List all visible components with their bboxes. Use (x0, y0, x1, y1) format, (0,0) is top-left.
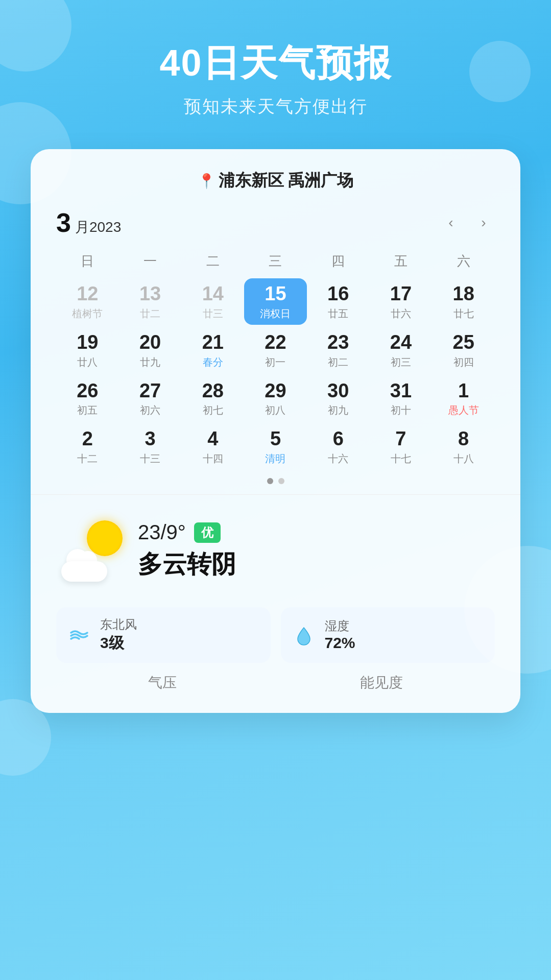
weather-temperature: 23/9° (138, 521, 186, 544)
day-number: 19 (77, 331, 98, 354)
day-number: 31 (390, 379, 412, 403)
calendar-day[interactable]: 25初四 (432, 327, 495, 373)
weekday-wed: 三 (244, 248, 307, 274)
calendar-day[interactable]: 13廿二 (119, 278, 182, 325)
day-number: 20 (139, 331, 161, 354)
calendar-day[interactable]: 7十七 (370, 423, 433, 470)
wind-label: 东北风 (100, 616, 137, 633)
calendar-grid: 12植树节13廿二14廿三15消权日16廿五17廿六18廿七19廿八20廿九21… (56, 278, 495, 469)
day-sub-label: 十四 (203, 452, 223, 466)
weekday-fri: 五 (370, 248, 433, 274)
calendar-day[interactable]: 8十八 (432, 423, 495, 470)
calendar-day[interactable]: 17廿六 (370, 278, 433, 325)
weekday-thu: 四 (307, 248, 370, 274)
calendar-day[interactable]: 12植树节 (56, 278, 119, 325)
weekday-tue: 二 (181, 248, 244, 274)
day-sub-label: 十八 (453, 452, 474, 466)
day-sub-label: 初七 (203, 403, 223, 417)
calendar-day[interactable]: 28初七 (181, 375, 244, 422)
day-sub-label: 植树节 (72, 307, 103, 321)
day-number: 23 (327, 331, 349, 354)
weather-description: 多云转阴 (138, 548, 495, 581)
bg-circle-2 (469, 41, 531, 102)
weather-section: 23/9° 优 多云转阴 (56, 505, 495, 592)
weekday-sat: 六 (432, 248, 495, 274)
day-number: 27 (139, 379, 161, 403)
day-number: 25 (453, 331, 474, 354)
page-indicators (56, 478, 495, 484)
weekday-sun: 日 (56, 248, 119, 274)
humidity-icon (291, 622, 317, 648)
day-number: 17 (390, 282, 412, 306)
calendar-day[interactable]: 6十六 (307, 423, 370, 470)
day-sub-label: 初十 (391, 403, 411, 417)
calendar-day[interactable]: 24初三 (370, 327, 433, 373)
calendar-day[interactable]: 20廿九 (119, 327, 182, 373)
page-dot-2 (278, 478, 284, 484)
weather-details: 东北风 3级 湿度 72% (56, 607, 495, 663)
calendar-day[interactable]: 3十三 (119, 423, 182, 470)
main-card: 📍 浦东新区 禹洲广场 3 月2023 ‹ › 日 一 二 三 四 五 六 12… (31, 149, 520, 712)
wind-value: 3级 (100, 633, 137, 654)
day-sub-label: 初八 (265, 403, 285, 417)
day-number: 5 (270, 427, 281, 451)
day-number: 4 (207, 427, 218, 451)
calendar-day[interactable]: 30初九 (307, 375, 370, 422)
day-number: 21 (202, 331, 224, 354)
header: 40日天气预报 预知未来天气方便出行 (0, 0, 551, 149)
day-sub-label: 初二 (328, 355, 348, 369)
page-title: 40日天气预报 (0, 41, 551, 85)
calendar-header: 3 月2023 ‹ › (56, 207, 495, 238)
calendar-day[interactable]: 4十四 (181, 423, 244, 470)
humidity-text: 湿度 72% (325, 618, 355, 652)
calendar-day[interactable]: 1愚人节 (432, 375, 495, 422)
day-sub-label: 廿七 (453, 307, 474, 321)
humidity-value: 72% (325, 634, 355, 652)
day-number: 8 (458, 427, 469, 451)
calendar-day[interactable]: 23初二 (307, 327, 370, 373)
calendar-next-button[interactable]: › (472, 211, 495, 234)
day-number: 12 (77, 282, 98, 306)
day-number: 14 (202, 282, 224, 306)
day-number: 24 (390, 331, 412, 354)
day-sub-label: 十六 (328, 452, 348, 466)
day-sub-label: 愚人节 (448, 403, 479, 417)
wind-detail: 东北风 3级 (56, 607, 271, 663)
calendar-day[interactable]: 19廿八 (56, 327, 119, 373)
wind-icon (66, 622, 92, 648)
day-sub-label: 十三 (140, 452, 160, 466)
day-sub-label: 初四 (453, 355, 474, 369)
calendar-day[interactable]: 18廿七 (432, 278, 495, 325)
calendar-day[interactable]: 29初八 (244, 375, 307, 422)
calendar-day[interactable]: 2十二 (56, 423, 119, 470)
day-number: 13 (139, 282, 161, 306)
location-name: 浦东新区 禹洲广场 (219, 170, 354, 192)
calendar-day[interactable]: 31初十 (370, 375, 433, 422)
day-number: 26 (77, 379, 98, 403)
calendar-day[interactable]: 22初一 (244, 327, 307, 373)
cloud-shape (56, 551, 112, 582)
weekday-mon: 一 (119, 248, 182, 274)
bottom-labels: 气压 能见度 (56, 673, 495, 698)
day-sub-label: 廿六 (391, 307, 411, 321)
location-pin-icon: 📍 (198, 173, 215, 189)
calendar-day[interactable]: 14廿三 (181, 278, 244, 325)
calendar-day[interactable]: 15消权日 (244, 278, 307, 325)
calendar-day[interactable]: 5清明 (244, 423, 307, 470)
day-sub-label: 初五 (77, 403, 98, 417)
calendar-day[interactable]: 27初六 (119, 375, 182, 422)
calendar-day[interactable]: 26初五 (56, 375, 119, 422)
day-sub-label: 春分 (203, 355, 223, 369)
page-subtitle: 预知未来天气方便出行 (0, 95, 551, 118)
day-number: 15 (265, 282, 286, 306)
day-number: 2 (82, 427, 93, 451)
visibility-label: 能见度 (360, 673, 403, 692)
calendar-day[interactable]: 21春分 (181, 327, 244, 373)
calendar-prev-button[interactable]: ‹ (440, 211, 462, 234)
day-number: 29 (265, 379, 286, 403)
day-sub-label: 清明 (265, 452, 285, 466)
calendar-day[interactable]: 16廿五 (307, 278, 370, 325)
day-sub-label: 初一 (265, 355, 285, 369)
page-dot-1 (267, 478, 273, 484)
location-bar: 📍 浦东新区 禹洲广场 (56, 170, 495, 192)
